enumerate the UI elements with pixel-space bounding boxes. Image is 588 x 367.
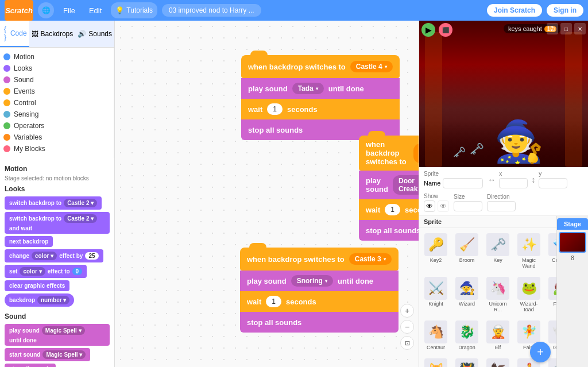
category-sound[interactable]: Sound — [0, 74, 114, 86]
zoom-fit-button[interactable]: ⊡ — [400, 336, 414, 350]
tab-sounds[interactable]: 🔊 Sounds — [75, 21, 114, 47]
y-input[interactable] — [539, 178, 567, 188]
tutorials-icon[interactable]: 💡 Tutorials — [111, 2, 157, 18]
category-sensing[interactable]: Sensing — [0, 109, 114, 120]
sprite-tile[interactable]: 🧝 Elf — [483, 318, 512, 353]
sprite-tab-label[interactable]: Sprite — [424, 218, 442, 225]
sprite-name-group: Sprite Name — [424, 171, 483, 188]
block-clear-effects[interactable]: clear graphic effects — [5, 280, 69, 291]
sprite-tile[interactable]: 🗝️ Key — [483, 230, 512, 272]
hat-block-castle1[interactable]: when backdrop switches to Castle 1 ▾ — [359, 136, 419, 171]
direction-input[interactable] — [487, 201, 516, 211]
stop-all-sounds-3[interactable]: stop all sounds — [240, 312, 399, 333]
stop-all-sounds-2[interactable]: stop all sounds — [359, 220, 419, 241]
fullscreen-button[interactable]: ✕ — [574, 23, 586, 34]
sprite-tile[interactable]: 👹 Goblin — [452, 356, 481, 367]
snoring-dropdown[interactable]: Snoring ▾ — [291, 275, 333, 287]
tutorials-label: Tutorials — [126, 6, 153, 14]
sprite-tile[interactable]: 🔑 Key2 — [421, 230, 450, 272]
category-myblocks[interactable]: My Blocks — [0, 143, 114, 154]
wait-val-3[interactable]: 1 — [266, 296, 281, 307]
sign-in-button[interactable]: Sign in — [547, 4, 583, 17]
zoom-out-button[interactable]: − — [400, 320, 414, 334]
show-group: Show 👁 👁 — [424, 193, 449, 212]
sprite-tile[interactable]: 🧟 Frank — [546, 274, 556, 315]
sprite-tile[interactable]: 🧹 Broom — [452, 230, 481, 272]
block-switch-backdrop1[interactable]: switch backdrop to Castle 2 ▾ — [5, 196, 102, 210]
sprite-tile[interactable]: 🧙 Wizard — [452, 274, 481, 315]
castle3-dropdown[interactable]: Castle 3 ▾ — [349, 253, 392, 265]
block-play-sound[interactable]: play sound Magic Spell ▾ until done — [5, 324, 110, 346]
wait-1-seconds-3[interactable]: wait 1 seconds — [240, 291, 399, 312]
topbar: Scratch 🌐 File Edit 💡 Tutorials 03 impro… — [0, 0, 588, 21]
size-input[interactable] — [454, 201, 482, 211]
castle1-dropdown[interactable]: Castle 1 ▾ — [413, 144, 419, 163]
sprite-tile[interactable]: 😺 Giga — [421, 356, 450, 367]
hat-block-castle4[interactable]: when backdrop switches to Castle 4 ▾ — [241, 55, 400, 78]
play-sound-doorcreak[interactable]: play sound Door Creak ▾ until done — [359, 171, 419, 199]
wait-1-seconds-1[interactable]: wait 1 seconds — [241, 99, 400, 119]
sprite-thumbnail: 🧝 — [486, 320, 509, 343]
y-label: y — [539, 171, 567, 177]
stage-tab-label[interactable]: Stage — [557, 218, 588, 230]
wait-val-2[interactable]: 1 — [385, 204, 400, 215]
keys-label: keys caught — [508, 25, 542, 32]
tada-dropdown[interactable]: Tada ▾ — [292, 83, 324, 94]
join-button[interactable]: Join Scratch — [487, 4, 542, 17]
small-stage-button[interactable]: ⊡ — [547, 23, 558, 34]
play-sound-tada[interactable]: play sound Tada ▾ until done — [241, 78, 400, 99]
block-set-effect[interactable]: set color ▾ effect to 0 — [5, 265, 87, 278]
wait-1-seconds-2[interactable]: wait 1 seconds — [359, 199, 419, 220]
green-flag-button[interactable]: ▶ — [421, 23, 435, 37]
hat-block-castle3[interactable]: when backdrop switches to Castle 3 ▾ — [240, 248, 399, 271]
sprite-tile[interactable]: ✨ Magic Wand — [514, 230, 543, 272]
sprite-name-input[interactable] — [443, 178, 483, 188]
sprite-thumbnail: 🧟 — [548, 277, 556, 300]
x-input[interactable] — [499, 178, 528, 188]
backdrop-thumbnail[interactable] — [559, 232, 586, 253]
category-operators[interactable]: Operators — [0, 120, 114, 132]
project-name[interactable]: 03 improved nod to Harry ... — [162, 4, 261, 17]
tab-code[interactable]: { } Code — [0, 21, 29, 47]
sprite-tile[interactable]: ⚔️ Knight — [421, 274, 450, 315]
sprite-tile[interactable]: 🦄 Unicorn R... — [483, 274, 512, 315]
category-events[interactable]: Events — [0, 86, 114, 97]
y-coord-group: y — [539, 171, 567, 188]
hide-button[interactable]: 👁 — [438, 200, 449, 212]
add-sprite-button[interactable]: + — [530, 342, 551, 362]
sprite-tile[interactable]: 🐉 Dragon — [452, 318, 481, 353]
normal-stage-button[interactable]: □ — [560, 23, 572, 34]
sprite-name-label: Crystal — [552, 257, 556, 263]
show-button[interactable]: 👁 — [424, 200, 435, 212]
tab-backdrops[interactable]: 🖼 Backdrops — [29, 21, 76, 47]
block-start-sound[interactable]: start sound Magic Spell ▾ — [5, 348, 90, 361]
block-stop-all-sounds[interactable]: stop all sounds — [5, 364, 56, 367]
wait-val-1[interactable]: 1 — [267, 103, 283, 115]
category-control[interactable]: Control — [0, 97, 114, 109]
block-switch-backdrop2[interactable]: switch backdrop to Castle 2 ▾ and wait — [5, 212, 110, 234]
sprite-thumbnail: 🦄 — [486, 277, 509, 300]
category-looks[interactable]: Looks — [0, 63, 114, 74]
globe-icon[interactable]: 🌐 — [38, 2, 54, 18]
castle4-dropdown[interactable]: Castle 4 ▾ — [350, 61, 393, 72]
script-group-castle4: when backdrop switches to Castle 4 ▾ pla… — [241, 55, 400, 140]
sprite-tile[interactable]: 🐸 Wizard-toad — [514, 274, 543, 315]
sprite-tile[interactable]: 🦅 Griffin — [483, 356, 512, 367]
block-next-backdrop[interactable]: next backdrop — [5, 236, 53, 247]
category-motion[interactable]: Motion — [0, 51, 114, 63]
doorcreak-dropdown[interactable]: Door Creak ▾ — [393, 175, 419, 195]
motion-note: Stage selected: no motion blocks — [5, 175, 110, 181]
category-variables[interactable]: Variables — [0, 132, 114, 143]
stop-button[interactable]: ⬛ — [439, 23, 452, 37]
sprite-tile[interactable]: 🐴 Centaur — [421, 318, 450, 353]
sprite-tile[interactable]: 💎 Crystal — [546, 230, 556, 272]
zoom-in-button[interactable]: + — [400, 304, 414, 318]
block-change-effect[interactable]: change color ▾ effect by 25 — [5, 249, 103, 262]
edit-menu[interactable]: Edit — [84, 4, 106, 17]
file-menu[interactable]: File — [59, 4, 80, 17]
play-sound-snoring[interactable]: play sound Snoring ▾ until done — [240, 271, 399, 291]
block-backdrop-reporter[interactable]: backdrop number ▾ — [5, 293, 74, 307]
size-label: Size — [454, 194, 482, 200]
scratch-logo[interactable]: Scratch — [5, 0, 33, 21]
show-label: Show — [424, 193, 449, 199]
